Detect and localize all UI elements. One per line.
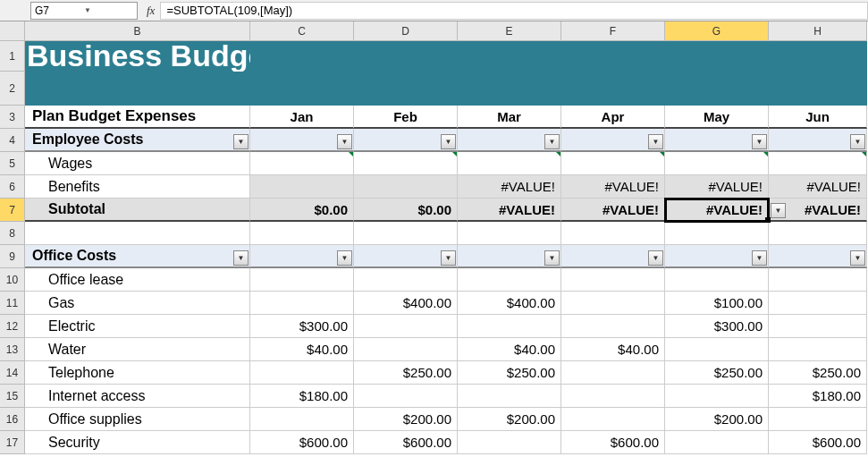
cell[interactable]: $200.00 — [665, 408, 769, 431]
filter-dropdown-icon[interactable]: ▼ — [648, 250, 663, 266]
row-header-5[interactable]: 5 — [0, 152, 25, 175]
filter-dropdown-icon[interactable]: ▼ — [544, 134, 560, 149]
label-cell[interactable]: Wages — [25, 152, 250, 175]
cell[interactable]: $600.00 — [250, 431, 354, 454]
cell[interactable] — [458, 268, 561, 292]
label-cell[interactable]: Office lease — [25, 268, 250, 292]
name-box-dropdown-icon[interactable]: ▼ — [84, 6, 133, 14]
fx-icon[interactable]: fx — [147, 4, 155, 18]
cell[interactable] — [769, 41, 867, 72]
cell[interactable]: #VALUE! — [458, 175, 561, 199]
cell[interactable]: $40.00 — [250, 338, 354, 361]
cell[interactable]: ▼ — [561, 129, 665, 152]
header-may[interactable]: May — [665, 106, 769, 129]
cell[interactable]: $600.00 — [769, 431, 867, 454]
cell[interactable] — [250, 152, 354, 175]
row-header-2[interactable]: 2 — [0, 72, 25, 106]
cell[interactable]: $400.00 — [458, 292, 561, 315]
row-header-10[interactable]: 10 — [0, 268, 25, 292]
row-header-15[interactable]: 15 — [0, 385, 25, 408]
cell[interactable] — [458, 72, 561, 106]
cell[interactable] — [665, 152, 769, 175]
label-cell[interactable]: Internet access — [25, 385, 250, 408]
row-header-17[interactable]: 17 — [0, 431, 25, 454]
label-cell[interactable]: Benefits — [25, 175, 250, 199]
cell[interactable]: $40.00 — [458, 338, 561, 361]
cell[interactable] — [665, 268, 769, 292]
filter-dropdown-icon[interactable]: ▼ — [752, 134, 767, 149]
cell[interactable]: ▼ — [458, 129, 561, 152]
row-header-11[interactable]: 11 — [0, 292, 25, 315]
row-header-12[interactable]: 12 — [0, 315, 25, 338]
cell[interactable] — [25, 222, 250, 245]
header-jan[interactable]: Jan — [250, 106, 354, 129]
header-jun[interactable]: Jun — [769, 106, 867, 129]
cell[interactable]: $250.00 — [665, 361, 769, 385]
cell[interactable] — [769, 72, 867, 106]
cell[interactable]: ▼ — [354, 245, 458, 268]
cell[interactable] — [250, 72, 354, 106]
cell[interactable]: $0.00 — [250, 199, 354, 222]
cell[interactable]: $180.00 — [769, 385, 867, 408]
row-header-4[interactable]: 4 — [0, 129, 25, 152]
cell[interactable] — [665, 41, 769, 72]
row-header-13[interactable]: 13 — [0, 338, 25, 361]
cell[interactable]: $180.00 — [250, 385, 354, 408]
cell[interactable]: #VALUE! — [458, 199, 561, 222]
cell[interactable] — [769, 268, 867, 292]
row-header-3[interactable]: 3 — [0, 106, 25, 129]
cell[interactable] — [354, 175, 458, 199]
cell[interactable] — [561, 385, 665, 408]
filter-dropdown-icon[interactable]: ▼ — [648, 134, 663, 149]
cell[interactable] — [769, 152, 867, 175]
cell[interactable] — [250, 361, 354, 385]
cell[interactable] — [354, 152, 458, 175]
row-header-9[interactable]: 9 — [0, 245, 25, 268]
col-header-g[interactable]: G — [665, 21, 769, 41]
cell[interactable] — [769, 222, 867, 245]
filter-dropdown-icon[interactable]: ▼ — [441, 134, 456, 149]
cell[interactable] — [561, 268, 665, 292]
filter-dropdown-icon[interactable]: ▼ — [233, 250, 249, 266]
row-header-6[interactable]: 6 — [0, 175, 25, 199]
cell[interactable] — [250, 268, 354, 292]
cell[interactable]: #VALUE! — [665, 175, 769, 199]
cell[interactable] — [769, 338, 867, 361]
label-cell[interactable]: Water — [25, 338, 250, 361]
cell[interactable]: #VALUE! — [769, 175, 867, 199]
section-label[interactable]: Employee Costs▼ — [25, 129, 250, 152]
cell[interactable] — [665, 222, 769, 245]
header-label[interactable]: Plan Budget Expenses — [25, 106, 250, 129]
cell[interactable] — [354, 268, 458, 292]
cell[interactable] — [250, 292, 354, 315]
cell[interactable] — [354, 41, 458, 72]
label-cell[interactable]: Electric — [25, 315, 250, 338]
label-cell[interactable]: Security — [25, 431, 250, 454]
header-mar[interactable]: Mar — [458, 106, 561, 129]
cell[interactable] — [354, 385, 458, 408]
cell[interactable] — [561, 222, 665, 245]
cell[interactable]: ▼ — [665, 129, 769, 152]
label-cell[interactable]: Telephone — [25, 361, 250, 385]
cell[interactable]: $600.00 — [561, 431, 665, 454]
cell[interactable] — [561, 315, 665, 338]
cell[interactable] — [354, 338, 458, 361]
cell[interactable] — [561, 72, 665, 106]
cell[interactable] — [354, 315, 458, 338]
filter-dropdown-icon[interactable]: ▼ — [337, 134, 352, 149]
cell[interactable] — [458, 222, 561, 245]
filter-dropdown-icon[interactable]: ▼ — [752, 250, 767, 266]
cell[interactable] — [250, 175, 354, 199]
filter-dropdown-icon[interactable]: ▼ — [337, 250, 352, 266]
autofilter-dropdown-icon[interactable]: ▼ — [771, 203, 786, 218]
cell[interactable] — [769, 315, 867, 338]
cell[interactable] — [561, 361, 665, 385]
cell[interactable] — [458, 315, 561, 338]
cell[interactable]: ▼ — [250, 245, 354, 268]
formula-input[interactable]: =SUBTOTAL(109,[May]) — [160, 2, 868, 20]
cell[interactable]: #VALUE! — [561, 175, 665, 199]
cell[interactable]: $250.00 — [354, 361, 458, 385]
cell[interactable]: $300.00 — [665, 315, 769, 338]
cell[interactable] — [458, 152, 561, 175]
header-feb[interactable]: Feb — [354, 106, 458, 129]
